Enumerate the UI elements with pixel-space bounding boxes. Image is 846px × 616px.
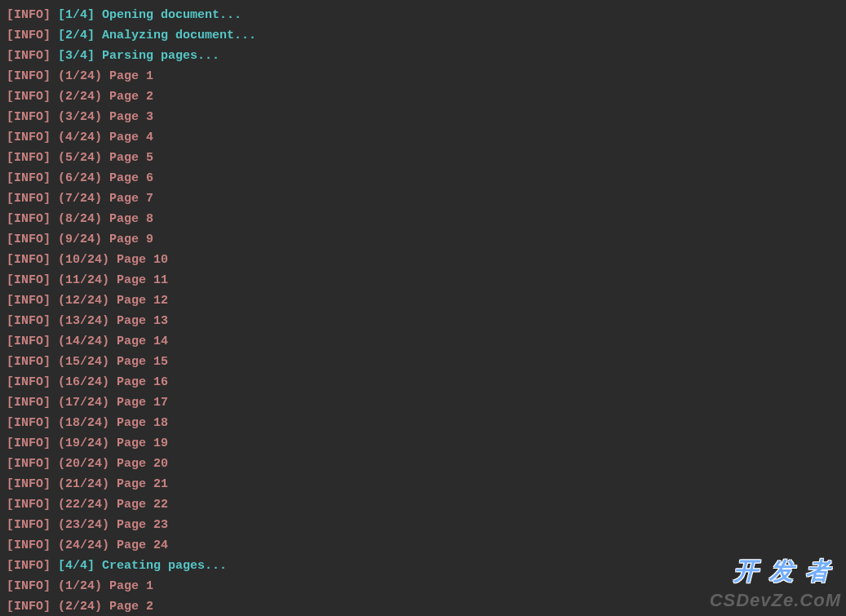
log-message: (15/24) Page 15 bbox=[58, 355, 168, 369]
log-message: (2/24) Page 2 bbox=[58, 600, 153, 614]
log-message: (7/24) Page 7 bbox=[58, 192, 153, 206]
log-level: [INFO] bbox=[7, 8, 51, 22]
log-message-major: [3/4] Parsing pages... bbox=[58, 49, 219, 63]
log-level: [INFO] bbox=[7, 538, 51, 552]
log-level: [INFO] bbox=[7, 559, 51, 573]
log-message-major: [4/4] Creating pages... bbox=[58, 559, 227, 573]
log-level: [INFO] bbox=[7, 273, 51, 287]
log-message: (8/24) Page 8 bbox=[58, 212, 153, 226]
log-line: [INFO] (6/24) Page 6 bbox=[7, 168, 839, 188]
log-level: [INFO] bbox=[7, 90, 51, 104]
log-level: [INFO] bbox=[7, 396, 51, 410]
log-line: [INFO] (1/24) Page 1 bbox=[7, 66, 839, 86]
log-line: [INFO] (7/24) Page 7 bbox=[7, 188, 839, 209]
log-line: [INFO] (14/24) Page 14 bbox=[7, 331, 839, 352]
log-line: [INFO] (16/24) Page 16 bbox=[7, 372, 839, 392]
log-level: [INFO] bbox=[7, 600, 51, 614]
log-message: (12/24) Page 12 bbox=[58, 294, 168, 308]
log-level: [INFO] bbox=[7, 110, 51, 124]
log-level: [INFO] bbox=[7, 171, 51, 185]
log-line: [INFO] (1/24) Page 1 bbox=[7, 576, 839, 596]
log-level: [INFO] bbox=[7, 151, 51, 165]
log-message: (21/24) Page 21 bbox=[58, 477, 168, 491]
log-message: (3/24) Page 3 bbox=[58, 110, 153, 124]
log-message: (22/24) Page 22 bbox=[58, 498, 168, 512]
log-line: [INFO] (12/24) Page 12 bbox=[7, 290, 839, 311]
terminal-output: [INFO] [1/4] Opening document...[INFO] [… bbox=[0, 0, 846, 616]
log-line: [INFO] (2/24) Page 2 bbox=[7, 596, 839, 616]
log-level: [INFO] bbox=[7, 355, 51, 369]
log-message: (23/24) Page 23 bbox=[58, 518, 168, 532]
log-message: (5/24) Page 5 bbox=[58, 151, 153, 165]
log-message: (2/24) Page 2 bbox=[58, 90, 153, 104]
log-message: (1/24) Page 1 bbox=[58, 579, 153, 593]
log-line: [INFO] (19/24) Page 19 bbox=[7, 433, 839, 454]
log-line: [INFO] [1/4] Opening document... bbox=[7, 5, 839, 25]
log-level: [INFO] bbox=[7, 335, 51, 348]
log-line: [INFO] (18/24) Page 18 bbox=[7, 413, 839, 433]
log-line: [INFO] (20/24) Page 20 bbox=[7, 454, 839, 474]
log-message: (4/24) Page 4 bbox=[58, 131, 153, 144]
log-level: [INFO] bbox=[7, 294, 51, 308]
log-level: [INFO] bbox=[7, 579, 51, 593]
log-level: [INFO] bbox=[7, 253, 51, 267]
log-message: (1/24) Page 1 bbox=[58, 69, 153, 83]
log-line: [INFO] (22/24) Page 22 bbox=[7, 494, 839, 515]
log-message: (14/24) Page 14 bbox=[58, 335, 168, 348]
log-message: (11/24) Page 11 bbox=[58, 273, 168, 287]
log-level: [INFO] bbox=[7, 69, 51, 83]
log-line: [INFO] (17/24) Page 17 bbox=[7, 392, 839, 413]
log-level: [INFO] bbox=[7, 131, 51, 144]
log-level: [INFO] bbox=[7, 192, 51, 206]
log-line: [INFO] (2/24) Page 2 bbox=[7, 86, 839, 107]
log-message-major: [1/4] Opening document... bbox=[58, 8, 241, 22]
log-line: [INFO] (4/24) Page 4 bbox=[7, 127, 839, 148]
log-level: [INFO] bbox=[7, 29, 51, 42]
log-line: [INFO] [4/4] Creating pages... bbox=[7, 556, 839, 576]
log-line: [INFO] (10/24) Page 10 bbox=[7, 250, 839, 270]
log-level: [INFO] bbox=[7, 416, 51, 430]
log-level: [INFO] bbox=[7, 498, 51, 512]
log-level: [INFO] bbox=[7, 212, 51, 226]
log-line: [INFO] (15/24) Page 15 bbox=[7, 352, 839, 372]
log-message: (17/24) Page 17 bbox=[58, 396, 168, 410]
log-message: (24/24) Page 24 bbox=[58, 538, 168, 552]
log-line: [INFO] (13/24) Page 13 bbox=[7, 311, 839, 331]
log-message: (18/24) Page 18 bbox=[58, 416, 168, 430]
log-line: [INFO] (24/24) Page 24 bbox=[7, 535, 839, 556]
log-message: (6/24) Page 6 bbox=[58, 171, 153, 185]
log-level: [INFO] bbox=[7, 375, 51, 389]
log-line: [INFO] [2/4] Analyzing document... bbox=[7, 25, 839, 46]
log-line: [INFO] (21/24) Page 21 bbox=[7, 474, 839, 494]
log-line: [INFO] (11/24) Page 11 bbox=[7, 270, 839, 290]
log-level: [INFO] bbox=[7, 49, 51, 63]
log-message-major: [2/4] Analyzing document... bbox=[58, 29, 256, 42]
log-message: (20/24) Page 20 bbox=[58, 457, 168, 471]
log-line: [INFO] (5/24) Page 5 bbox=[7, 148, 839, 168]
log-line: [INFO] (23/24) Page 23 bbox=[7, 515, 839, 535]
log-message: (13/24) Page 13 bbox=[58, 314, 168, 328]
log-level: [INFO] bbox=[7, 314, 51, 328]
log-message: (19/24) Page 19 bbox=[58, 437, 168, 450]
log-line: [INFO] (8/24) Page 8 bbox=[7, 209, 839, 229]
log-line: [INFO] [3/4] Parsing pages... bbox=[7, 46, 839, 66]
log-level: [INFO] bbox=[7, 437, 51, 450]
log-message: (10/24) Page 10 bbox=[58, 253, 168, 267]
log-level: [INFO] bbox=[7, 477, 51, 491]
log-line: [INFO] (3/24) Page 3 bbox=[7, 107, 839, 127]
log-message: (9/24) Page 9 bbox=[58, 233, 153, 246]
log-line: [INFO] (9/24) Page 9 bbox=[7, 229, 839, 250]
log-level: [INFO] bbox=[7, 233, 51, 246]
log-level: [INFO] bbox=[7, 518, 51, 532]
log-message: (16/24) Page 16 bbox=[58, 375, 168, 389]
log-level: [INFO] bbox=[7, 457, 51, 471]
